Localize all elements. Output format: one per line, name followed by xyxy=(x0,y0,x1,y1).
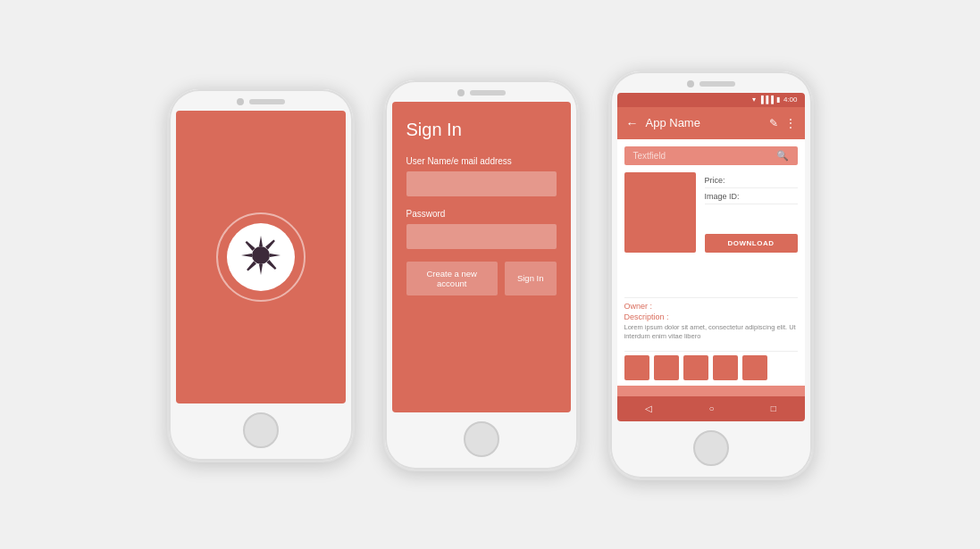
status-icons: ▾ ▐▐▐ ▮ xyxy=(752,96,780,104)
search-icon[interactable]: 🔍 xyxy=(776,150,789,162)
phone-1 xyxy=(167,87,355,462)
nav-back-icon[interactable]: ◁ xyxy=(645,403,652,413)
phone-3-top xyxy=(610,71,812,93)
phone-3: ▾ ▐▐▐ ▮ 4:00 ← App Name ✎ ⋮ xyxy=(608,70,814,480)
phone-3-bottom xyxy=(610,421,812,478)
owner-label: Owner : xyxy=(624,302,798,311)
svg-point-0 xyxy=(252,246,270,264)
password-input[interactable] xyxy=(406,224,557,249)
app-title: App Name xyxy=(646,116,762,129)
svg-marker-1 xyxy=(259,236,263,246)
svg-marker-4 xyxy=(270,254,281,257)
nav-home-icon[interactable]: ○ xyxy=(708,403,714,413)
phones-container: Sign In User Name/e mail address Passwor… xyxy=(0,0,980,549)
phone-1-top xyxy=(169,89,353,111)
phone-1-bottom xyxy=(169,403,353,461)
phone-1-screen xyxy=(176,111,346,403)
search-bar[interactable]: Textfield 🔍 xyxy=(624,146,798,165)
meta-section: Owner : Description : Lorem ipsum dolor … xyxy=(617,302,805,347)
thumbnail-5[interactable] xyxy=(742,355,767,380)
nav-bar: ◁ ○ □ xyxy=(617,396,805,421)
thumbnail-3[interactable] xyxy=(683,355,708,380)
signin-button[interactable]: Sign In xyxy=(505,262,557,295)
signin-title: Sign In xyxy=(406,120,557,140)
splash-screen xyxy=(176,111,346,403)
phone-2-top xyxy=(385,80,578,102)
nav-recents-icon[interactable]: □ xyxy=(771,403,776,413)
phone-2: Sign In User Name/e mail address Passwor… xyxy=(383,79,580,471)
phone-3-home-button[interactable] xyxy=(693,430,729,466)
phone-3-screen: ▾ ▐▐▐ ▮ 4:00 ← App Name ✎ ⋮ xyxy=(617,93,805,421)
svg-marker-8 xyxy=(247,261,256,270)
image-id-label: Image ID: xyxy=(705,192,798,204)
phone-1-speaker xyxy=(249,99,285,104)
divider-2 xyxy=(624,351,798,352)
username-input[interactable] xyxy=(406,171,557,196)
phone-1-home-button[interactable] xyxy=(243,412,279,448)
signin-screen: Sign In User Name/e mail address Passwor… xyxy=(392,102,571,412)
phone-2-home-button[interactable] xyxy=(464,421,499,457)
wifi-icon: ▾ xyxy=(752,96,756,104)
splash-circle-inner xyxy=(227,223,295,291)
status-time: 4:00 xyxy=(783,96,798,104)
svg-marker-2 xyxy=(259,264,263,275)
sun-icon xyxy=(239,234,282,280)
description-text: Lorem ipsum dolor sit amet, consectetur … xyxy=(624,323,798,342)
bottom-bar xyxy=(617,386,805,396)
product-image xyxy=(624,172,696,253)
product-row: Price: Image ID: DOWNLOAD xyxy=(624,172,798,253)
product-info: Price: Image ID: DOWNLOAD xyxy=(705,172,798,253)
svg-marker-5 xyxy=(245,241,255,251)
header-action-icons: ✎ ⋮ xyxy=(769,117,796,129)
signin-buttons: Create a new account Sign In xyxy=(406,262,557,295)
back-button[interactable]: ← xyxy=(626,116,639,130)
download-button[interactable]: DOWNLOAD xyxy=(705,234,798,253)
battery-icon: ▮ xyxy=(776,96,780,104)
phone-2-speaker xyxy=(470,90,506,96)
password-label: Password xyxy=(406,209,557,219)
svg-marker-6 xyxy=(266,260,276,270)
phone-3-camera xyxy=(687,80,694,87)
description-label: Description : xyxy=(624,312,798,321)
app-screen: ▾ ▐▐▐ ▮ 4:00 ← App Name ✎ ⋮ xyxy=(617,93,805,421)
signal-icon: ▐▐▐ xyxy=(758,96,774,104)
create-account-button[interactable]: Create a new account xyxy=(406,262,498,295)
svg-marker-7 xyxy=(265,239,275,249)
price-label: Price: xyxy=(705,176,798,188)
content-area: Price: Image ID: DOWNLOAD xyxy=(617,172,805,294)
search-placeholder: Textfield xyxy=(633,151,776,161)
username-label: User Name/e mail address xyxy=(406,156,557,166)
phone-3-speaker xyxy=(699,81,735,87)
status-bar: ▾ ▐▐▐ ▮ 4:00 xyxy=(617,93,805,107)
edit-icon[interactable]: ✎ xyxy=(769,117,778,129)
more-icon[interactable]: ⋮ xyxy=(785,117,796,129)
phone-2-bottom xyxy=(385,412,578,470)
phone-2-camera xyxy=(457,89,465,96)
phone-1-camera xyxy=(237,98,244,105)
divider-1 xyxy=(624,297,798,298)
svg-marker-3 xyxy=(241,254,252,257)
thumbnail-2[interactable] xyxy=(654,355,679,380)
thumbnails-row xyxy=(617,355,805,380)
splash-circle-outer xyxy=(216,212,306,302)
thumbnail-4[interactable] xyxy=(713,355,738,380)
phone-2-screen: Sign In User Name/e mail address Passwor… xyxy=(392,102,571,412)
thumbnail-1[interactable] xyxy=(624,355,649,380)
app-header: ← App Name ✎ ⋮ xyxy=(617,107,805,139)
